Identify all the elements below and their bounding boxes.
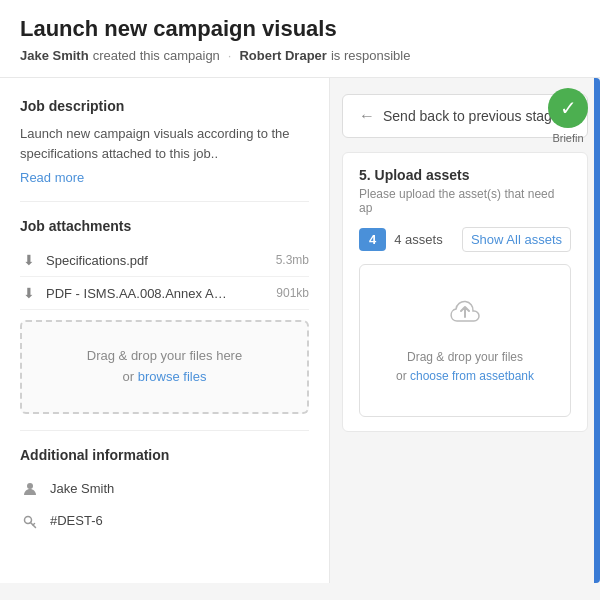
person-icon [20, 479, 40, 499]
job-description-title: Job description [20, 98, 309, 114]
responsible-name: Robert Draper [239, 48, 326, 63]
info-row-key: #DEST-6 [20, 505, 309, 537]
show-all-button[interactable]: Show All assets [462, 227, 571, 252]
dropzone-line1: Drag & drop your files here [87, 348, 242, 363]
asset-dropzone-or: or [396, 369, 407, 383]
additional-info-section: Additional information Jake Smith [20, 447, 309, 537]
attachment-size-2: 901kb [276, 286, 309, 300]
upload-assets-title: 5. Upload assets [359, 167, 571, 183]
left-panel: Job description Launch new campaign visu… [0, 78, 330, 583]
attachment-name-1: Specifications.pdf [46, 253, 148, 268]
meta-dot: · [228, 48, 232, 63]
attachments-title: Job attachments [20, 218, 309, 234]
attachments-section: Job attachments ⬇ Specifications.pdf 5.3… [20, 218, 309, 414]
briefing-label: Briefin [552, 132, 583, 144]
right-panel: ✓ Briefin ← Send back to previous stage … [330, 78, 600, 583]
dropzone-or: or [123, 369, 135, 384]
job-description-text: Launch new campaign visuals according to… [20, 124, 309, 163]
key-value: #DEST-6 [50, 513, 103, 528]
browse-link[interactable]: browse files [138, 369, 207, 384]
top-bar: Launch new campaign visuals Jake Smith c… [0, 0, 600, 78]
download-icon-2: ⬇ [20, 284, 38, 302]
page-title: Launch new campaign visuals [20, 16, 580, 42]
attachment-item-1[interactable]: ⬇ Specifications.pdf 5.3mb [20, 244, 309, 277]
assets-label: 4 assets [394, 232, 442, 247]
check-circle-icon: ✓ [548, 88, 588, 128]
svg-point-0 [27, 483, 33, 489]
divider-1 [20, 201, 309, 202]
upload-assets-desc: Please upload the asset(s) that need ap [359, 187, 571, 215]
choose-assetbank-link[interactable]: choose from assetbank [410, 369, 534, 383]
assets-count-badge[interactable]: 4 [359, 228, 386, 251]
additional-info-title: Additional information [20, 447, 309, 463]
asset-dropzone-line1: Drag & drop your files [407, 350, 523, 364]
responsible-text: is responsible [331, 48, 411, 63]
main-content: Job description Launch new campaign visu… [0, 78, 600, 583]
dropzone-text: Drag & drop your files here or browse fi… [38, 346, 291, 388]
key-icon [20, 511, 40, 531]
attachment-left-1: ⬇ Specifications.pdf [20, 251, 148, 269]
read-more-link[interactable]: Read more [20, 170, 84, 185]
upload-cloud-icon [380, 295, 550, 338]
show-all-prefix: Show [471, 232, 506, 247]
creator-name: Jake Smith [20, 48, 89, 63]
created-text: created this campaign [93, 48, 220, 63]
download-icon-1: ⬇ [20, 251, 38, 269]
person-name: Jake Smith [50, 481, 114, 496]
show-all-highlight: All assets [506, 232, 562, 247]
upload-assets-section: 5. Upload assets Please upload the asset… [342, 152, 588, 432]
assets-bar: 4 4 assets Show All assets [359, 227, 571, 252]
asset-upload-dropzone[interactable]: Drag & drop your files or choose from as… [359, 264, 571, 417]
attachment-item-2[interactable]: ⬇ PDF - ISMS.AA.008.Annex A… 901kb [20, 277, 309, 310]
attachment-size-1: 5.3mb [276, 253, 309, 267]
attachment-left-2: ⬇ PDF - ISMS.AA.008.Annex A… [20, 284, 227, 302]
right-edge-bar [594, 78, 600, 583]
left-upload-dropzone[interactable]: Drag & drop your files here or browse fi… [20, 320, 309, 414]
meta-line: Jake Smith created this campaign · Rober… [20, 48, 580, 63]
attachment-name-2: PDF - ISMS.AA.008.Annex A… [46, 286, 227, 301]
asset-upload-text: Drag & drop your files or choose from as… [380, 348, 550, 386]
send-back-label: Send back to previous stage [383, 108, 560, 124]
briefing-badge: ✓ Briefin [536, 78, 600, 154]
arrow-left-icon: ← [359, 107, 375, 125]
info-row-person: Jake Smith [20, 473, 309, 505]
divider-2 [20, 430, 309, 431]
